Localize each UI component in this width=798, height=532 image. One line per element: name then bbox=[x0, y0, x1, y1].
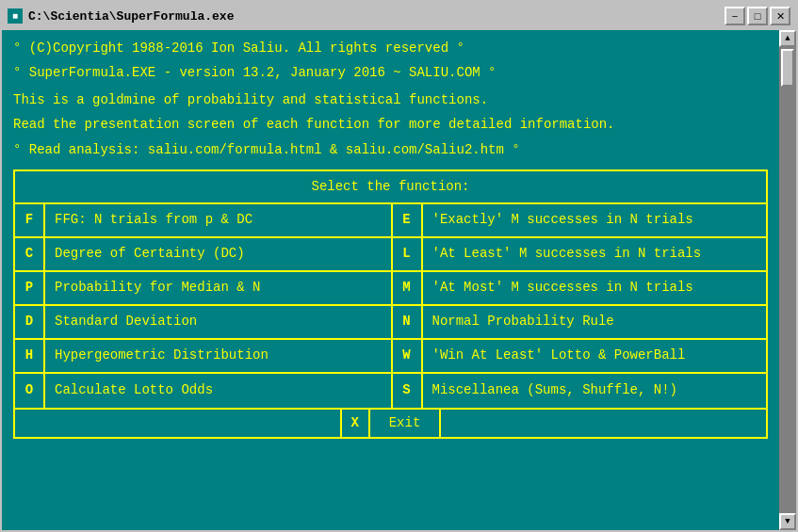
key-e: E bbox=[393, 204, 423, 236]
key-n: N bbox=[393, 306, 423, 338]
header-line-3: This is a goldmine of probability and st… bbox=[13, 89, 768, 110]
label-f: FFG: N trials from p & DC bbox=[45, 204, 391, 236]
label-s: Miscellanea (Sums, Shuffle, N!) bbox=[423, 374, 767, 408]
menu-row-e[interactable]: E 'Exactly' M successes in N trials bbox=[393, 204, 767, 238]
menu-row-f[interactable]: F FFG: N trials from p & DC bbox=[15, 204, 391, 238]
menu-right-column: E 'Exactly' M successes in N trials L 'A… bbox=[391, 204, 767, 408]
menu-box: Select the function: F FFG: N trials fro… bbox=[13, 169, 768, 439]
key-f: F bbox=[15, 204, 45, 236]
header-line-4: Read the presentation screen of each fun… bbox=[13, 114, 768, 135]
label-h: Hypergeometric Distribution bbox=[45, 340, 391, 372]
menu-row-l[interactable]: L 'At Least' M successes in N trials bbox=[393, 238, 767, 272]
menu-row-o[interactable]: O Calculate Lotto Odds bbox=[15, 374, 391, 408]
content-area: ° (C)Copyright 1988-2016 Ion Saliu. All … bbox=[2, 30, 796, 530]
label-l: 'At Least' M successes in N trials bbox=[423, 238, 767, 270]
menu-row-p[interactable]: P Probability for Median & N bbox=[15, 272, 391, 306]
menu-row-w[interactable]: W 'Win At Least' Lotto & PowerBall bbox=[393, 340, 767, 374]
label-d: Standard Deviation bbox=[45, 306, 391, 338]
menu-row-d[interactable]: D Standard Deviation bbox=[15, 306, 391, 340]
label-e: 'Exactly' M successes in N trials bbox=[423, 204, 767, 236]
title-bar: ■ C:\Scientia\SuperFormula.exe − □ ✕ bbox=[2, 2, 796, 30]
scroll-up-button[interactable]: ▲ bbox=[779, 30, 796, 47]
label-exit: Exit bbox=[370, 410, 442, 437]
header-line-5: ° Read analysis: saliu.com/formula.html … bbox=[13, 139, 768, 160]
key-w: W bbox=[393, 340, 423, 372]
label-m: 'At Most' M successes in N trials bbox=[423, 272, 767, 304]
label-n: Normal Probability Rule bbox=[423, 306, 767, 338]
key-l: L bbox=[393, 238, 423, 270]
menu-row-c[interactable]: C Degree of Certainty (DC) bbox=[15, 238, 391, 272]
menu-row-n[interactable]: N Normal Probability Rule bbox=[393, 306, 767, 340]
menu-title: Select the function: bbox=[15, 171, 766, 204]
maximize-button[interactable]: □ bbox=[747, 7, 768, 25]
key-d: D bbox=[15, 306, 45, 338]
label-w: 'Win At Least' Lotto & PowerBall bbox=[423, 340, 767, 372]
label-c: Degree of Certainty (DC) bbox=[45, 238, 391, 270]
key-o: O bbox=[15, 374, 45, 408]
menu-row-m[interactable]: M 'At Most' M successes in N trials bbox=[393, 272, 767, 306]
key-p: P bbox=[15, 272, 45, 304]
key-x: X bbox=[340, 410, 370, 437]
menu-grid: F FFG: N trials from p & DC C Degree of … bbox=[15, 204, 766, 408]
menu-left-column: F FFG: N trials from p & DC C Degree of … bbox=[15, 204, 391, 408]
header-line-2: ° SuperFormula.EXE - version 13.2, Janua… bbox=[13, 62, 768, 83]
window-controls: − □ ✕ bbox=[725, 7, 790, 25]
scroll-down-button[interactable]: ▼ bbox=[779, 513, 796, 530]
main-window: ■ C:\Scientia\SuperFormula.exe − □ ✕ ° (… bbox=[0, 0, 798, 532]
label-o: Calculate Lotto Odds bbox=[45, 374, 391, 408]
key-c: C bbox=[15, 238, 45, 270]
exit-row: X Exit bbox=[15, 408, 766, 437]
key-s: S bbox=[393, 374, 423, 408]
exit-box[interactable]: X Exit bbox=[340, 410, 442, 437]
header-line-1: ° (C)Copyright 1988-2016 Ion Saliu. All … bbox=[13, 38, 768, 58]
close-button[interactable]: ✕ bbox=[770, 7, 790, 25]
scroll-track bbox=[779, 47, 796, 513]
scrollbar: ▲ ▼ bbox=[779, 30, 796, 530]
minimize-button[interactable]: − bbox=[725, 7, 745, 25]
window-icon: ■ bbox=[8, 8, 23, 24]
window-title: C:\Scientia\SuperFormula.exe bbox=[28, 9, 725, 24]
key-m: M bbox=[393, 272, 423, 304]
terminal-content: ° (C)Copyright 1988-2016 Ion Saliu. All … bbox=[2, 30, 779, 530]
menu-row-h[interactable]: H Hypergeometric Distribution bbox=[15, 340, 391, 374]
scroll-thumb[interactable] bbox=[781, 49, 794, 87]
menu-row-s[interactable]: S Miscellanea (Sums, Shuffle, N!) bbox=[393, 374, 767, 408]
label-p: Probability for Median & N bbox=[45, 272, 391, 304]
key-h: H bbox=[15, 340, 45, 372]
